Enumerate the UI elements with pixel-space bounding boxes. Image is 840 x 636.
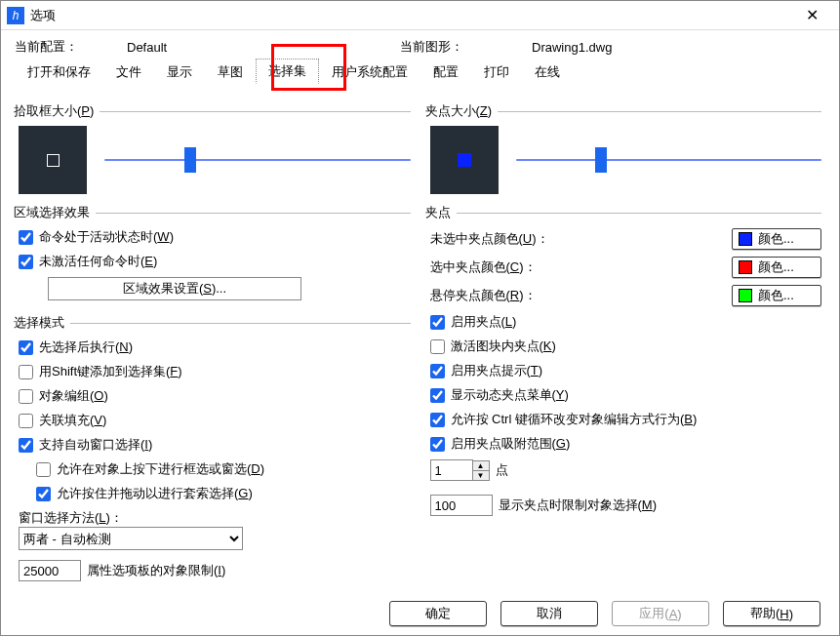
tab-user-pref[interactable]: 用户系统配置	[319, 60, 420, 84]
tab-online[interactable]: 在线	[522, 60, 573, 84]
region-legend: 区域选择效果	[14, 204, 96, 221]
palette-limit-label: 属性选项板的对象限制(I)	[87, 562, 225, 579]
right-column: 夹点大小(Z) 夹点 未选中夹点颜色(U)： 颜色... 选中夹点颜色(C)：	[430, 93, 822, 585]
selected-grip-color-label: 选中夹点颜色(C)：	[430, 258, 721, 276]
tab-plot[interactable]: 打印	[471, 60, 522, 84]
hover-grip-color-button[interactable]: 颜色...	[732, 285, 821, 306]
unselected-grip-color-button[interactable]: 颜色...	[732, 228, 821, 250]
pickbox-group: 拾取框大小(P)	[19, 102, 411, 194]
help-button[interactable]: 帮助(H)	[723, 601, 820, 626]
snap-range-unit: 点	[496, 461, 508, 479]
ok-button[interactable]: 确定	[389, 601, 487, 626]
current-drawing-label: 当前图形：	[400, 38, 463, 56]
palette-limit-input[interactable]	[19, 560, 81, 581]
chk-dynamic-menu[interactable]	[430, 388, 445, 403]
selection-mode-group: 选择模式 先选择后执行(N) 用Shift键添加到选择集(F) 对象编组(O) …	[19, 314, 411, 581]
snap-range-input[interactable]	[430, 459, 473, 481]
region-settings-button[interactable]: 区域效果设置(S)...	[48, 277, 301, 300]
tab-profiles[interactable]: 配置	[420, 60, 471, 84]
chk-enable-grips[interactable]	[430, 315, 445, 330]
pickbox-preview	[19, 126, 87, 194]
chk-lasso[interactable]	[36, 487, 51, 501]
chk-active-cmd-label: 命令处于活动状态时(W)	[39, 228, 174, 246]
color-swatch	[739, 232, 752, 246]
chk-press-drag[interactable]	[36, 462, 51, 477]
chk-no-active-cmd[interactable]	[19, 255, 33, 269]
chk-grip-tips[interactable]	[430, 364, 445, 378]
config-row: 当前配置： Default 当前图形： Drawing1.dwg	[1, 30, 839, 58]
selected-grip-color-button[interactable]: 颜色...	[732, 257, 821, 278]
gripsize-legend: 夹点大小(Z)	[425, 102, 499, 120]
chk-no-active-cmd-label: 未激活任何命令时(E)	[39, 253, 157, 270]
current-drawing-value: Drawing1.dwg	[532, 40, 612, 55]
color-swatch	[739, 289, 752, 302]
window-title: 选项	[30, 7, 56, 24]
tab-open-save[interactable]: 打开和保存	[15, 60, 103, 84]
left-column: 拾取框大小(P) 区域选择效果 命令处于活动状态时(W) 未激活任何命令时(E)…	[19, 93, 411, 585]
tab-files[interactable]: 文件	[103, 60, 154, 84]
hover-grip-color-label: 悬停夹点颜色(R)：	[430, 287, 721, 304]
apply-button: 应用(A)	[612, 601, 709, 626]
window-select-method-combo[interactable]: 两者 - 自动检测	[19, 527, 243, 550]
dialog-button-bar: 确定 取消 应用(A) 帮助(H)	[0, 595, 840, 632]
titlebar: h 选项 ✕	[1, 1, 839, 30]
pickbox-legend: 拾取框大小(P)	[14, 102, 100, 120]
current-config-label: 当前配置：	[15, 38, 78, 56]
grips-group: 夹点 未选中夹点颜色(U)： 颜色... 选中夹点颜色(C)： 颜色... 悬停…	[430, 204, 822, 516]
chk-assoc-hatch[interactable]	[19, 414, 33, 428]
app-icon: h	[7, 7, 24, 24]
window-select-method-label: 窗口选择方法(L)：	[19, 509, 411, 527]
region-group: 区域选择效果 命令处于活动状态时(W) 未激活任何命令时(E) 区域效果设置(S…	[19, 204, 411, 304]
tab-bar: 打开和保存 文件 显示 草图 选择集 用户系统配置 配置 打印 在线	[1, 58, 839, 85]
chk-shift-add[interactable]	[19, 365, 33, 379]
chk-object-group[interactable]	[19, 389, 33, 404]
gripsize-slider[interactable]	[516, 150, 822, 170]
chk-noun-verb[interactable]	[19, 340, 33, 355]
color-swatch	[739, 260, 752, 274]
tab-draft[interactable]: 草图	[205, 60, 256, 84]
grip-object-limit-input[interactable]	[430, 495, 493, 516]
pickbox-slider[interactable]	[104, 150, 411, 170]
gripsize-preview	[430, 126, 499, 194]
grip-object-limit-label: 显示夹点时限制对象选择(M)	[499, 497, 658, 514]
current-config-value: Default	[127, 40, 167, 55]
gripsize-group: 夹点大小(Z)	[430, 102, 822, 194]
chk-ctrl-cycle[interactable]	[430, 413, 445, 427]
cancel-button[interactable]: 取消	[500, 601, 598, 626]
close-button[interactable]: ✕	[792, 6, 831, 24]
tab-display[interactable]: 显示	[154, 60, 205, 84]
selection-mode-legend: 选择模式	[14, 314, 70, 332]
tab-selection[interactable]: 选择集	[256, 59, 319, 84]
unselected-grip-color-label: 未选中夹点颜色(U)：	[430, 230, 721, 248]
chk-grip-snap[interactable]	[430, 437, 445, 452]
chk-implied-window[interactable]	[19, 438, 33, 453]
grips-legend: 夹点	[425, 204, 457, 221]
snap-range-spinner[interactable]: ▲▼	[473, 460, 490, 481]
chk-active-cmd[interactable]	[19, 230, 33, 245]
chk-block-grips[interactable]	[430, 339, 445, 354]
